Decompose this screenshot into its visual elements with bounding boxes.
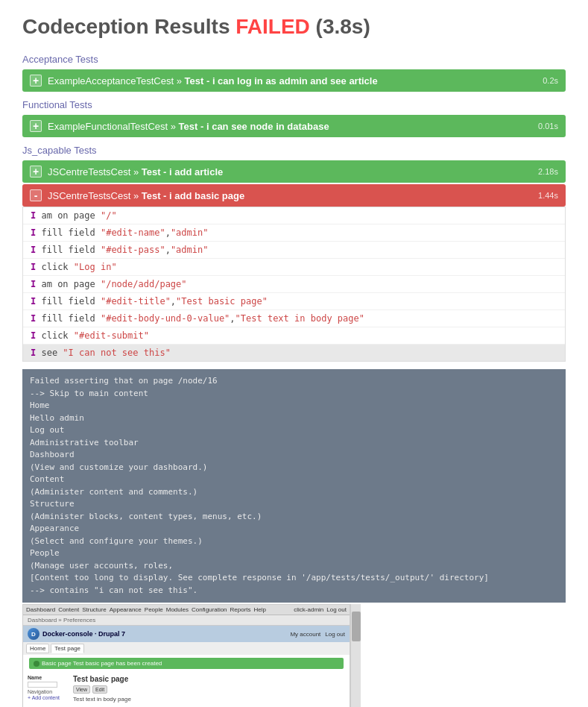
mini-sidebar: Name Navigation + Add content bbox=[28, 675, 69, 703]
mini-tb-reports: Reports bbox=[230, 606, 251, 613]
mini-view-btn: View bbox=[73, 685, 90, 694]
mini-sidebar-navigation: Navigation bbox=[28, 689, 69, 694]
functional-test-row-1[interactable]: + ExampleFunctionalTestCest » Test - i c… bbox=[22, 115, 566, 137]
separator: » bbox=[174, 75, 184, 87]
mini-tb-people: People bbox=[145, 606, 163, 613]
mini-sidebar-search-input[interactable] bbox=[28, 682, 57, 688]
mini-nav-tabs: Home Test page bbox=[23, 642, 350, 655]
mini-tb-appearance: Appearance bbox=[110, 606, 142, 613]
error-line-15: People bbox=[30, 547, 558, 560]
error-line-6: Administrative toolbar bbox=[30, 437, 558, 450]
error-line-4: Hello admin bbox=[30, 412, 558, 425]
mini-tab-test-page: Test page bbox=[51, 644, 84, 653]
test-name-acceptance-1: ExampleAcceptanceTestCest » Test - i can… bbox=[48, 75, 537, 87]
error-line-5: Log out bbox=[30, 424, 558, 437]
mini-tb-logout: Log out bbox=[326, 606, 347, 613]
class-name-f: ExampleFunctionalTestCest bbox=[48, 121, 168, 132]
step-6: I fill field "#edit-title","Test basic p… bbox=[23, 293, 565, 310]
mini-success-bar: Basic page Test basic page has been crea… bbox=[29, 658, 344, 669]
separator-js1: » bbox=[130, 166, 141, 177]
error-line-8: (View and customize your dashboard.) bbox=[30, 462, 558, 474]
screenshot-wrapper: Dashboard Content Structure Appearance P… bbox=[22, 604, 566, 707]
step-4: I click "Log in" bbox=[23, 259, 565, 276]
mini-tb-structure: Structure bbox=[82, 606, 106, 613]
toggle-icon-functional-1[interactable]: + bbox=[30, 120, 42, 132]
mini-log-out: Log out bbox=[325, 631, 345, 638]
step-8: I click "#edit-submit" bbox=[23, 327, 565, 345]
mini-header: D Docker-console · Drupal 7 My account L… bbox=[23, 626, 350, 642]
mini-header-links: My account Log out bbox=[290, 631, 345, 638]
error-line-18: --> contains "i can not see this". bbox=[30, 585, 558, 597]
error-line-11: Structure bbox=[30, 498, 558, 511]
mini-browser-toolbar: Dashboard Content Structure Appearance P… bbox=[23, 605, 350, 615]
toggle-icon-js-1[interactable]: + bbox=[30, 166, 42, 177]
functional-tests-section: Functional Tests + ExampleFunctionalTest… bbox=[22, 99, 566, 137]
method-name-js2: Test - i add basic page bbox=[142, 190, 244, 201]
error-line-9: Content bbox=[30, 474, 558, 486]
scrollbar-thumb[interactable] bbox=[352, 612, 361, 641]
mini-logo-area: D Docker-console · Drupal 7 bbox=[28, 628, 125, 640]
error-line-17: [Content too long to display. See comple… bbox=[30, 572, 558, 585]
mini-logo-circle: D bbox=[28, 628, 39, 640]
step-5: I am on page "/node/add/page" bbox=[23, 276, 565, 293]
screenshot-box: Dashboard Content Structure Appearance P… bbox=[22, 604, 350, 707]
mini-main-content: Test basic page View Edit Test text in b… bbox=[73, 675, 345, 703]
mini-body-text: Test text in body page bbox=[73, 696, 345, 703]
success-message: Basic page Test basic page has been crea… bbox=[42, 660, 162, 667]
mini-edit-btn: Edit bbox=[92, 685, 107, 694]
error-output: Failed asserting that on page /node/16 -… bbox=[22, 369, 566, 603]
mini-sidebar-add-content: + Add content bbox=[28, 695, 69, 700]
main-content: Codeception Results FAILED (3.8s) Accept… bbox=[0, 0, 588, 707]
acceptance-test-row-1[interactable]: + ExampleAcceptanceTestCest » Test - i c… bbox=[22, 69, 566, 92]
test-time-js-2: 1.44s bbox=[538, 191, 558, 200]
js-capable-tests-section: Js_capable Tests + JSCentreTestsCest » T… bbox=[22, 145, 566, 707]
mini-site-title: Docker-console · Drupal 7 bbox=[42, 630, 125, 638]
acceptance-tests-section: Acceptance Tests + ExampleAcceptanceTest… bbox=[22, 54, 566, 92]
test-steps-detail: I am on page "/" I fill field "#edit-nam… bbox=[22, 207, 566, 362]
error-line-3: Home bbox=[30, 400, 558, 412]
mini-tb-help: Help bbox=[254, 606, 266, 613]
test-time-js-1: 2.18s bbox=[538, 167, 558, 176]
mini-content-area: Name Navigation + Add content Test basic… bbox=[23, 672, 350, 706]
error-line-13: Appearance bbox=[30, 523, 558, 535]
step-7: I fill field "#edit-body-und-0-value","T… bbox=[23, 310, 565, 327]
step-1: I am on page "/" bbox=[23, 207, 565, 224]
mini-tb-modules: Modules bbox=[166, 606, 189, 613]
mini-view-edit-tabs: View Edit bbox=[73, 685, 345, 694]
time-text: (3.8s) bbox=[316, 15, 370, 38]
js-capable-tests-label: Js_capable Tests bbox=[22, 145, 566, 156]
mini-my-account: My account bbox=[290, 631, 320, 638]
class-name: ExampleAcceptanceTestCest bbox=[48, 75, 174, 87]
step-2: I fill field "#edit-name","admin" bbox=[23, 224, 565, 242]
toggle-icon-acceptance-1[interactable]: + bbox=[30, 75, 42, 87]
toggle-icon-js-2[interactable]: - bbox=[30, 189, 42, 201]
js-test-row-2[interactable]: - JSCentreTestsCest » Test - i add basic… bbox=[22, 184, 566, 207]
error-line-1: Failed asserting that on page /node/16 bbox=[30, 375, 558, 388]
screenshot-scrollbar[interactable] bbox=[350, 604, 361, 707]
mini-success-area: Basic page Test basic page has been crea… bbox=[23, 658, 350, 669]
error-line-2: --> Skip to main content bbox=[30, 388, 558, 400]
acceptance-tests-label: Acceptance Tests bbox=[22, 54, 566, 65]
test-time-acceptance-1: 0.2s bbox=[543, 76, 558, 85]
error-line-7: Dashboard bbox=[30, 449, 558, 462]
mini-tb-config: Configuration bbox=[192, 606, 227, 613]
test-time-functional-1: 0.01s bbox=[538, 122, 558, 131]
mini-tb-dashboard: Dashboard bbox=[26, 606, 55, 613]
js-test-row-1[interactable]: + JSCentreTestsCest » Test - i add artic… bbox=[22, 160, 566, 183]
test-name-js-1: JSCentreTestsCest » Test - i add article bbox=[48, 166, 532, 177]
status-failed: FAILED bbox=[235, 15, 310, 38]
functional-tests-label: Functional Tests bbox=[22, 99, 566, 110]
method-name-js1: Test - i add article bbox=[142, 166, 224, 177]
error-line-14: (Select and configure your themes.) bbox=[30, 535, 558, 548]
step-9-highlight: I see "I can not see this" bbox=[23, 345, 565, 361]
class-name-js2: JSCentreTestsCest bbox=[48, 190, 130, 201]
error-line-16: (Manage user accounts, roles, bbox=[30, 560, 558, 573]
mini-tab-home: Home bbox=[26, 644, 49, 653]
test-name-functional-1: ExampleFunctionalTestCest » Test - i can… bbox=[48, 121, 532, 132]
mini-tb-admin: click-admin bbox=[294, 606, 323, 613]
separator-js2: » bbox=[130, 190, 141, 201]
mini-breadcrumb: Dashboard » Preferences bbox=[23, 615, 350, 626]
page-title: Codeception Results FAILED (3.8s) bbox=[22, 15, 566, 39]
separator-f: » bbox=[168, 121, 178, 132]
step-3: I fill field "#edit-pass","admin" bbox=[23, 242, 565, 259]
